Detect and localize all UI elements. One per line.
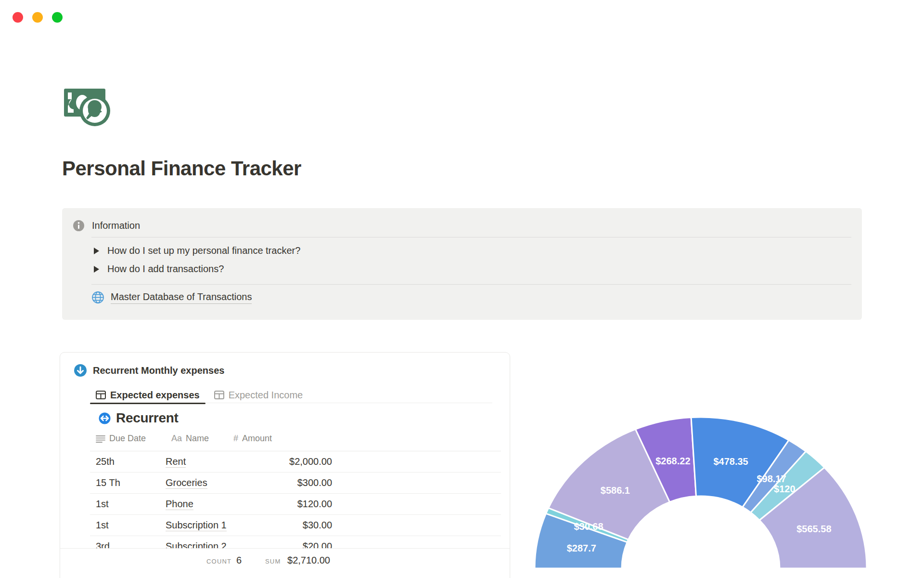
toggle-arrow-icon[interactable]: [94, 266, 99, 273]
text-property-icon: Aa: [171, 434, 182, 444]
window-controls: [13, 12, 63, 23]
table-row[interactable]: 1stSubscription 1$30.00: [90, 515, 501, 536]
table-header-row: Due Date Aa Name # Amount: [60, 432, 510, 450]
link-label[interactable]: Master Database of Transactions: [111, 291, 252, 304]
tab-label[interactable]: Expected expenses: [110, 390, 200, 401]
column-label[interactable]: Due Date: [109, 434, 146, 444]
count-value[interactable]: 6: [236, 555, 242, 566]
cell-amount[interactable]: $2,000.00: [243, 456, 332, 467]
toggle-add-transactions-question[interactable]: How do I add transactions?: [91, 263, 224, 275]
chart-segment-label: $287.7: [567, 543, 596, 553]
table-icon: [214, 391, 224, 399]
cell-name[interactable]: Subscription 1: [166, 520, 243, 531]
toggle-arrow-icon[interactable]: [94, 248, 99, 254]
expenses-donut-chart: $287.7$30.68$586.1$268.22$478.35$98.17$1…: [525, 405, 881, 578]
table-body: 25thRent$2,000.0015 ThGroceries$300.001s…: [90, 451, 501, 557]
close-button[interactable]: [13, 12, 23, 23]
table-row[interactable]: 15 ThGroceries$300.00: [90, 473, 501, 494]
column-due-date[interactable]: Due Date: [96, 434, 146, 444]
column-amount[interactable]: # Amount: [233, 434, 272, 444]
table-row[interactable]: 25thRent$2,000.00: [90, 451, 501, 473]
tab-label[interactable]: Expected Income: [229, 390, 303, 401]
tab-expected-expenses[interactable]: Expected expenses: [90, 387, 205, 403]
column-label[interactable]: Amount: [242, 434, 272, 444]
cell-amount[interactable]: $300.00: [243, 477, 332, 488]
minimize-button[interactable]: [32, 12, 43, 23]
cell-due-date[interactable]: 15 Th: [96, 477, 166, 488]
chart-segment-label: $98.17: [757, 473, 786, 484]
toggle-label[interactable]: How do I add transactions?: [107, 263, 224, 275]
page-title: Personal Finance Tracker: [62, 157, 301, 180]
count-label[interactable]: COUNT: [206, 558, 231, 565]
column-label[interactable]: Name: [186, 434, 209, 444]
lines-icon: [96, 435, 105, 443]
zoom-button[interactable]: [52, 12, 63, 23]
number-property-icon: #: [233, 434, 238, 444]
chart-segment-label: $565.58: [796, 524, 831, 534]
cell-name[interactable]: Rent: [166, 456, 243, 467]
column-name[interactable]: Aa Name: [171, 434, 209, 444]
toggle-label[interactable]: How do I set up my personal finance trac…: [107, 245, 300, 256]
callout-divider: [91, 284, 851, 285]
cell-due-date[interactable]: 1st: [96, 499, 166, 510]
card-title: Recurrent Monthly expenses: [93, 365, 224, 376]
cell-amount[interactable]: $120.00: [243, 499, 332, 510]
information-callout: Information How do I set up my personal …: [62, 208, 862, 320]
master-database-link[interactable]: Master Database of Transactions: [91, 291, 252, 304]
down-arrow-circle-icon: [74, 364, 87, 377]
globe-icon: [91, 291, 104, 304]
tab-expected-income[interactable]: Expected Income: [208, 387, 309, 403]
section-title: Recurrent: [116, 410, 179, 426]
money-banknote-coin-icon: [64, 89, 110, 126]
chart-segment-label: $478.35: [713, 456, 748, 467]
page-icon[interactable]: [63, 86, 117, 127]
table-row[interactable]: 1stPhone$120.00: [90, 494, 501, 515]
linked-database-icon: [99, 412, 111, 424]
chart-segment-label: $30.68: [574, 521, 603, 532]
chart-segment-label: $120: [774, 484, 796, 494]
chart-segment-label: $268.22: [655, 456, 690, 466]
cell-amount[interactable]: $30.00: [243, 520, 332, 531]
recurrent-expenses-card: Recurrent Monthly expenses Expected expe…: [60, 352, 510, 578]
sum-value[interactable]: $2,710.00: [272, 555, 330, 566]
callout-title: Information: [92, 220, 140, 231]
table-icon: [96, 391, 106, 399]
table-footer: COUNT 6 SUM $2,710.00: [60, 548, 510, 578]
chart-segment-label: $586.1: [601, 485, 630, 496]
cell-name[interactable]: Phone: [166, 499, 243, 510]
info-icon: [73, 220, 84, 231]
cell-due-date[interactable]: 1st: [96, 520, 166, 531]
cell-due-date[interactable]: 25th: [96, 456, 166, 467]
callout-divider: [91, 237, 851, 237]
view-tabs: Expected expenses Expected Income: [90, 387, 492, 403]
cell-name[interactable]: Groceries: [166, 477, 243, 488]
toggle-setup-question[interactable]: How do I set up my personal finance trac…: [91, 245, 300, 256]
